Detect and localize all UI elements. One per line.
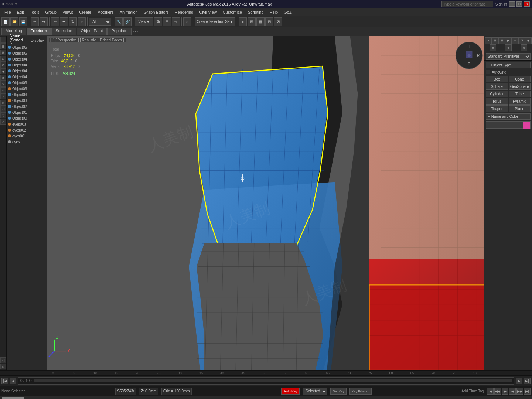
r-icon-extra1[interactable]: ◈ bbox=[525, 37, 532, 44]
menu-scripting[interactable]: Scripting bbox=[245, 9, 267, 15]
list-item[interactable]: Object00 bbox=[7, 115, 47, 121]
tb-redo[interactable]: ↪ bbox=[40, 17, 48, 26]
left-icon-1[interactable]: ⊹ bbox=[0, 37, 6, 43]
tb-select[interactable]: ⊹ bbox=[51, 17, 59, 26]
tb-snap[interactable]: ⊞ bbox=[163, 17, 171, 26]
btn-torus[interactable]: Torus bbox=[486, 98, 508, 105]
btn-geosphere[interactable]: GeoSphere bbox=[509, 83, 531, 90]
mode-objectpaint[interactable]: Object Paint bbox=[77, 28, 107, 35]
timeline-end[interactable]: ▶| bbox=[524, 378, 531, 384]
btn-teapot[interactable]: Teapot bbox=[486, 105, 508, 112]
list-item[interactable]: Object04 bbox=[7, 62, 47, 68]
r-icon-extra2[interactable]: ◉ bbox=[490, 44, 496, 51]
prev-frame-btn[interactable]: ◀◀ bbox=[494, 388, 501, 395]
r-icon-create[interactable]: + bbox=[485, 37, 492, 44]
list-item[interactable]: eyes003 bbox=[7, 121, 47, 127]
left-icon-7[interactable]: ◉ bbox=[0, 75, 6, 81]
r-icon-hierarchy[interactable]: ⊟ bbox=[498, 37, 505, 44]
menu-help[interactable]: Help bbox=[267, 9, 281, 15]
play-end-btn[interactable]: ▶| bbox=[524, 388, 531, 395]
play-rev-btn[interactable]: ◀ bbox=[509, 388, 516, 395]
tb-magnet[interactable]: 🔧 bbox=[115, 17, 123, 26]
tb-undo[interactable]: ↩ bbox=[31, 17, 39, 26]
tb-filter-dropdown[interactable]: All bbox=[89, 18, 111, 26]
menu-modifiers[interactable]: Modifiers bbox=[94, 9, 117, 15]
list-item[interactable]: Object03 bbox=[7, 98, 47, 103]
left-icon-14[interactable]: △ bbox=[0, 119, 6, 125]
list-item[interactable]: Object03 bbox=[7, 92, 47, 98]
minimize-button[interactable]: ─ bbox=[509, 1, 515, 7]
viewport[interactable]: T B L R F 人美制 人美制 人美制 bbox=[47, 36, 484, 370]
tb-open[interactable]: 📂 bbox=[10, 17, 18, 26]
btn-plane[interactable]: Plane bbox=[509, 105, 531, 112]
menu-views[interactable]: Views bbox=[59, 9, 76, 15]
list-item[interactable]: Object01 bbox=[7, 109, 47, 115]
color-swatch[interactable] bbox=[486, 121, 531, 129]
welcome-btn[interactable]: Welcome to M bbox=[2, 397, 24, 399]
add-time-tag[interactable]: Add Time Tag bbox=[461, 389, 484, 393]
r-icon-extra3[interactable]: ⊕ bbox=[505, 44, 512, 51]
close-button[interactable]: ✕ bbox=[524, 1, 530, 7]
tb-new[interactable]: 📄 bbox=[1, 17, 10, 26]
tb-parent[interactable]: ⊠ bbox=[274, 17, 282, 26]
left-icon-9[interactable]: ○ bbox=[0, 87, 6, 93]
tb-mirror[interactable]: ⇔ bbox=[172, 17, 180, 26]
left-icon-3[interactable]: ⊞ bbox=[0, 50, 6, 55]
menu-group[interactable]: Group bbox=[42, 9, 59, 15]
mode-selection[interactable]: Selection bbox=[51, 28, 76, 35]
set-key-btn[interactable]: Set Key bbox=[330, 388, 347, 395]
list-item[interactable]: Object02 bbox=[7, 103, 47, 109]
primitives-dropdown[interactable]: Standard Primitives bbox=[486, 53, 531, 60]
left-icon-13[interactable]: ▽ bbox=[0, 112, 6, 118]
menu-graph-editors[interactable]: Graph Editors bbox=[141, 9, 172, 15]
tb-scale2[interactable]: ⊟ bbox=[265, 17, 273, 26]
mode-populate[interactable]: Populate bbox=[107, 28, 131, 35]
tb-move[interactable]: ✛ bbox=[60, 17, 68, 26]
key-filters-btn[interactable]: Key Filters... bbox=[349, 388, 372, 395]
menu-file[interactable]: File bbox=[1, 9, 14, 15]
tb-named-sel[interactable]: Create Selection Se▼ bbox=[195, 17, 235, 26]
menu-edit[interactable]: Edit bbox=[14, 9, 27, 15]
left-icon-bottom2[interactable]: ▷ bbox=[0, 364, 6, 369]
btn-pyramid[interactable]: Pyramid bbox=[509, 98, 531, 105]
play-start-btn[interactable]: |◀ bbox=[487, 388, 494, 395]
r-icon-utils[interactable]: ⚙ bbox=[518, 37, 525, 44]
timeline-start[interactable]: |◀ bbox=[1, 378, 8, 384]
name-color-collapse[interactable]: − bbox=[488, 115, 490, 119]
play-btn[interactable]: ▶ bbox=[502, 388, 508, 395]
timeline-inner-track[interactable] bbox=[34, 379, 512, 382]
menu-tools[interactable]: Tools bbox=[27, 9, 42, 15]
btn-sphere[interactable]: Sphere bbox=[486, 83, 508, 90]
left-icon-2[interactable]: ▦ bbox=[0, 43, 6, 49]
btn-tube[interactable]: Tube bbox=[509, 91, 531, 97]
search-input[interactable] bbox=[441, 1, 493, 7]
menu-animation[interactable]: Animation bbox=[117, 9, 141, 15]
maximize-button[interactable]: □ bbox=[516, 1, 522, 7]
tb-rotate[interactable]: ↻ bbox=[69, 17, 77, 26]
r-icon-extra4[interactable]: ⊗ bbox=[521, 44, 527, 51]
autogrid-checkbox[interactable] bbox=[486, 70, 490, 74]
list-item[interactable]: Object05 bbox=[7, 50, 47, 56]
list-item[interactable]: Object04 bbox=[7, 56, 47, 62]
tb-num5[interactable]: 5 bbox=[183, 17, 191, 26]
btn-cylinder[interactable]: Cylinder bbox=[486, 91, 508, 97]
list-item[interactable]: Object03 bbox=[7, 86, 47, 92]
btn-box[interactable]: Box bbox=[486, 76, 508, 82]
list-item[interactable]: Object03 bbox=[7, 80, 47, 86]
menu-civil-view[interactable]: Civil View bbox=[196, 9, 219, 15]
mode-more[interactable]: ⋯ bbox=[132, 29, 139, 35]
timeline-prev[interactable]: ◀ bbox=[10, 378, 16, 384]
menu-customize[interactable]: Customize bbox=[220, 9, 245, 15]
tb-move2[interactable]: ⊞ bbox=[248, 17, 256, 26]
menu-goz[interactable]: GoZ bbox=[281, 9, 294, 15]
tb-link[interactable]: 🔗 bbox=[123, 17, 132, 26]
menu-create[interactable]: Create bbox=[76, 9, 94, 15]
menu-rendering[interactable]: Rendering bbox=[172, 9, 197, 15]
selected-dropdown[interactable]: Selected bbox=[303, 388, 327, 395]
tb-percent[interactable]: % bbox=[154, 17, 162, 26]
timeline-track[interactable]: 0 / 100 bbox=[18, 377, 514, 385]
collapse-icon[interactable]: − bbox=[488, 63, 490, 67]
tb-save[interactable]: 💾 bbox=[19, 17, 27, 26]
list-item[interactable]: eyes002 bbox=[7, 127, 47, 133]
left-icon-4[interactable]: ⊟ bbox=[0, 56, 6, 62]
